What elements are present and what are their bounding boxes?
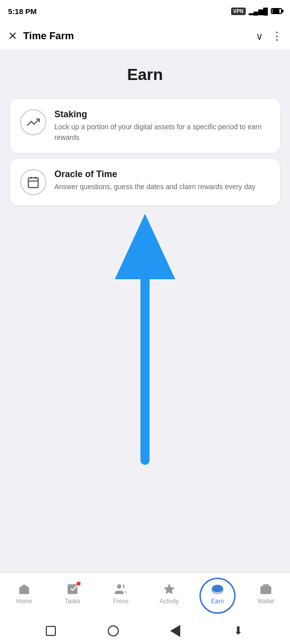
nav-label-earn: Earn: [211, 598, 224, 605]
chevron-down-icon[interactable]: ∨: [256, 30, 263, 42]
frens-icon: [114, 583, 127, 596]
nav-label-tasks: Tasks: [65, 598, 81, 605]
nav-item-wallet[interactable]: Wallet: [242, 579, 290, 609]
more-options-button[interactable]: ⋮: [271, 30, 282, 43]
bottom-nav: Home Tasks Frens Activity: [0, 573, 290, 618]
battery-icon: [271, 8, 282, 14]
status-time: 5:18 PM: [8, 7, 37, 16]
page-title: Earn: [10, 65, 280, 84]
nav-item-home[interactable]: Home: [0, 579, 48, 609]
download-button[interactable]: ⬇: [232, 625, 244, 637]
system-nav: ⬇: [0, 618, 290, 644]
svg-point-9: [212, 585, 223, 591]
wallet-icon: [259, 583, 272, 596]
earn-icon: [211, 583, 224, 596]
oracle-icon: [20, 169, 46, 195]
oracle-description: Answer questions, guess the dates and cl…: [54, 182, 255, 192]
nav-item-earn[interactable]: Earn: [193, 579, 242, 609]
oracle-card[interactable]: Oracle of Time Answer questions, guess t…: [10, 159, 280, 205]
staking-description: Lock up a portion of your digital assets…: [54, 122, 270, 143]
back-button[interactable]: [170, 625, 180, 637]
nav-item-frens[interactable]: Frens: [97, 579, 145, 609]
main-content: Earn Staking Lock up a portion of your d…: [0, 50, 290, 573]
recent-apps-button[interactable]: [46, 626, 56, 636]
svg-marker-5: [115, 214, 175, 279]
vpn-badge: VPN: [231, 8, 246, 15]
nav-label-home: Home: [16, 598, 32, 605]
nav-item-activity[interactable]: Activity: [145, 579, 193, 609]
arrow-indicator: [95, 199, 195, 467]
nav-label-wallet: Wallet: [258, 598, 274, 605]
svg-rect-0: [28, 178, 38, 188]
svg-point-7: [117, 584, 121, 589]
status-bar: 5:18 PM VPN ▂▄▆█: [0, 0, 290, 22]
nav-label-activity: Activity: [160, 598, 179, 605]
home-icon: [18, 583, 31, 596]
app-bar: ✕ Time Farm ∨ ⋮: [0, 22, 290, 50]
tasks-notification-dot: [77, 582, 81, 586]
signal-icon: ▂▄▆█: [249, 8, 268, 15]
staking-title: Staking: [54, 109, 270, 120]
activity-icon: [163, 583, 176, 596]
svg-point-10: [268, 589, 269, 591]
app-title: Time Farm: [23, 30, 74, 42]
staking-icon: [20, 109, 46, 135]
nav-label-frens: Frens: [113, 598, 129, 605]
staking-card[interactable]: Staking Lock up a portion of your digita…: [10, 99, 280, 153]
status-right: VPN ▂▄▆█: [231, 8, 282, 15]
close-button[interactable]: ✕: [8, 31, 17, 42]
oracle-title: Oracle of Time: [54, 169, 255, 180]
svg-rect-6: [67, 584, 78, 594]
home-button[interactable]: [108, 625, 119, 636]
nav-item-tasks[interactable]: Tasks: [48, 579, 97, 609]
